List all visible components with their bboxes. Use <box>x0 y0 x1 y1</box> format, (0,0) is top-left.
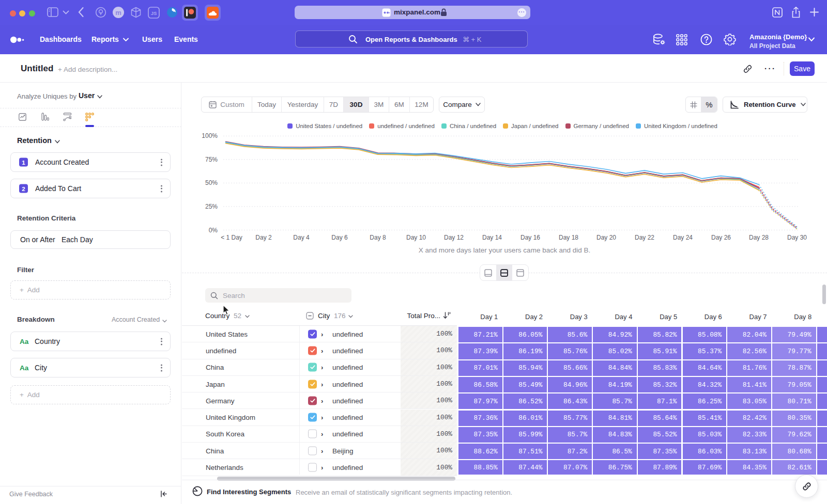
svg-text:50%: 50% <box>205 179 218 186</box>
svg-text:Day 20: Day 20 <box>596 234 616 241</box>
svg-text:JS: JS <box>151 10 157 16</box>
svg-text:Day 12: Day 12 <box>444 234 464 241</box>
svg-text:Day 14: Day 14 <box>482 234 502 241</box>
svg-text:Day 6: Day 6 <box>331 234 348 241</box>
svg-text:Day 2: Day 2 <box>255 234 272 241</box>
svg-text:25%: 25% <box>205 203 218 210</box>
svg-text:Day 24: Day 24 <box>673 234 693 241</box>
svg-text:Day 18: Day 18 <box>559 234 578 241</box>
svg-text:Day 4: Day 4 <box>293 234 310 241</box>
svg-text:100%: 100% <box>202 132 218 139</box>
svg-text:Day 30: Day 30 <box>787 234 807 241</box>
svg-text:< 1 Day: < 1 Day <box>221 234 242 241</box>
svg-text:Day 8: Day 8 <box>370 234 386 241</box>
svg-text:0%: 0% <box>209 227 218 234</box>
svg-text:Day 26: Day 26 <box>711 234 731 241</box>
svg-text:Day 16: Day 16 <box>520 234 540 241</box>
svg-text:Day 22: Day 22 <box>635 234 654 241</box>
svg-text:75%: 75% <box>205 156 218 163</box>
svg-text:Day 10: Day 10 <box>406 234 426 241</box>
svg-text:Day 28: Day 28 <box>749 234 769 241</box>
